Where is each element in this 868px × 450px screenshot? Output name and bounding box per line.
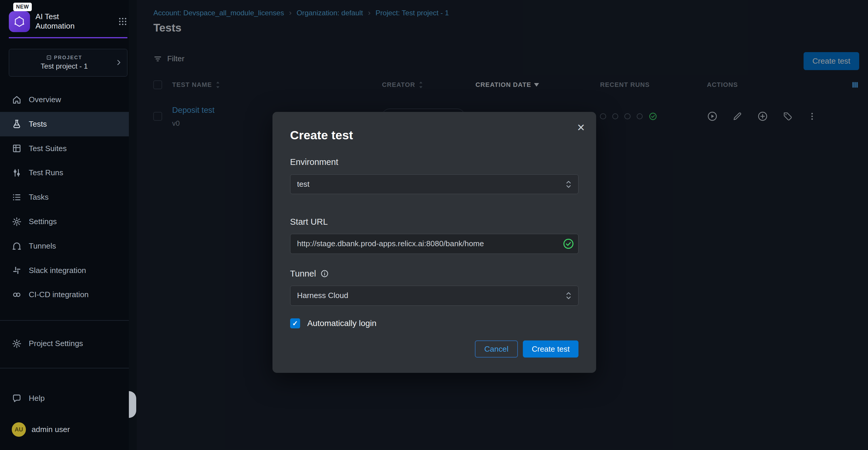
select-chevrons-icon bbox=[565, 179, 572, 189]
new-badge: NEW bbox=[13, 3, 32, 11]
sidebar-help-section: Help bbox=[0, 386, 129, 411]
gear-icon bbox=[12, 217, 22, 227]
environment-select[interactable]: test bbox=[290, 174, 579, 194]
sidebar-item-tunnels[interactable]: Tunnels bbox=[0, 234, 129, 258]
create-test-modal: ✕ Create test Environment test Start URL… bbox=[273, 112, 596, 373]
start-url-input[interactable] bbox=[290, 234, 579, 254]
sidebar-item-tasks[interactable]: Tasks bbox=[0, 185, 129, 209]
sidebar-item-slack-integration[interactable]: Slack integration bbox=[0, 258, 129, 283]
sidebar-item-label: Slack integration bbox=[29, 266, 86, 275]
sidebar-item-test-suites[interactable]: Test Suites bbox=[0, 136, 129, 161]
user-name: admin user bbox=[31, 425, 70, 434]
auto-login-row: ✓ Automatically login bbox=[290, 318, 579, 328]
tunnel-label-text: Tunnel bbox=[290, 269, 316, 279]
sidebar-item-cicd-integration[interactable]: CI-CD integration bbox=[0, 283, 129, 307]
chevron-right-icon bbox=[115, 59, 122, 66]
tunnel-icon bbox=[12, 241, 22, 251]
tunnel-selected-value: Harness Cloud bbox=[297, 291, 348, 300]
project-label-text: PROJECT bbox=[54, 55, 83, 61]
avatar: AU bbox=[12, 422, 26, 437]
sidebar-item-label: Overview bbox=[29, 95, 61, 104]
home-icon bbox=[12, 95, 22, 105]
chat-bubble-icon bbox=[12, 393, 22, 403]
select-chevrons-icon bbox=[565, 291, 572, 301]
tunnel-select[interactable]: Harness Cloud bbox=[290, 286, 579, 306]
sidebar: NEW AI Test Automation PROJECT Test proj… bbox=[0, 0, 137, 450]
environment-label: Environment bbox=[290, 157, 579, 167]
info-icon[interactable] bbox=[320, 270, 329, 278]
gear-icon bbox=[12, 339, 22, 349]
modal-actions: Cancel Create test bbox=[290, 340, 579, 358]
sidebar-nav: Overview Tests Test Suites Test Runs Tas… bbox=[0, 87, 129, 307]
environment-label-text: Environment bbox=[290, 157, 338, 167]
project-label: PROJECT bbox=[13, 55, 115, 61]
start-url-label: Start URL bbox=[290, 217, 579, 227]
sidebar-item-label: Help bbox=[29, 394, 45, 403]
start-url-field-wrap bbox=[290, 234, 579, 254]
sidebar-nav-footer: Project Settings bbox=[0, 331, 129, 356]
sliders-icon bbox=[12, 168, 22, 178]
start-url-label-text: Start URL bbox=[290, 217, 328, 227]
link-icon bbox=[12, 290, 22, 300]
sidebar-divider bbox=[0, 368, 129, 368]
sidebar-item-settings[interactable]: Settings bbox=[0, 209, 129, 234]
sidebar-item-label: Tests bbox=[29, 119, 47, 129]
sidebar-item-test-runs[interactable]: Test Runs bbox=[0, 161, 129, 185]
sidebar-item-label: Tunnels bbox=[29, 242, 56, 251]
app-window: Account: Devspace_all_module_licenses › … bbox=[0, 0, 868, 450]
modal-title: Create test bbox=[290, 129, 579, 142]
sidebar-item-label: Tasks bbox=[29, 193, 49, 202]
app-title-line2: Automation bbox=[35, 22, 118, 31]
sidebar-divider bbox=[0, 320, 129, 321]
close-icon[interactable]: ✕ bbox=[577, 122, 585, 133]
cancel-button[interactable]: Cancel bbox=[475, 340, 518, 358]
app-logo-icon bbox=[9, 11, 30, 32]
sidebar-item-help[interactable]: Help bbox=[0, 386, 129, 411]
sidebar-item-label: Test Suites bbox=[29, 144, 67, 153]
sidebar-item-project-settings[interactable]: Project Settings bbox=[0, 331, 129, 356]
sidebar-item-label: Settings bbox=[29, 217, 57, 226]
project-name: Test project - 1 bbox=[13, 62, 115, 71]
app-switcher-icon[interactable] bbox=[118, 17, 127, 26]
sidebar-item-tests[interactable]: Tests bbox=[0, 112, 129, 136]
auto-login-label: Automatically login bbox=[307, 318, 376, 328]
project-selector-text: PROJECT Test project - 1 bbox=[13, 55, 115, 71]
url-valid-check-icon bbox=[563, 238, 574, 249]
app-title: AI Test Automation bbox=[35, 12, 118, 31]
sidebar-item-label: Project Settings bbox=[29, 339, 83, 348]
environment-selected-value: test bbox=[297, 180, 309, 189]
create-test-submit-button[interactable]: Create test bbox=[523, 340, 579, 358]
auto-login-checkbox[interactable]: ✓ bbox=[290, 318, 300, 328]
sidebar-item-overview[interactable]: Overview bbox=[0, 87, 129, 112]
sidebar-item-label: CI-CD integration bbox=[29, 290, 89, 299]
grid-icon bbox=[12, 143, 22, 153]
user-profile[interactable]: AU admin user bbox=[12, 422, 70, 437]
sidebar-item-label: Test Runs bbox=[29, 168, 63, 177]
app-header: AI Test Automation bbox=[9, 11, 127, 32]
project-selector[interactable]: PROJECT Test project - 1 bbox=[9, 49, 127, 77]
beaker-icon bbox=[12, 119, 22, 129]
task-list-icon bbox=[12, 192, 22, 202]
app-title-line1: AI Test bbox=[35, 12, 118, 22]
slack-icon bbox=[12, 265, 22, 275]
brand-accent-line bbox=[9, 37, 127, 38]
sidebar-scroll-gutter bbox=[129, 0, 136, 450]
tunnel-label: Tunnel bbox=[290, 269, 579, 279]
sidebar-collapse-handle[interactable] bbox=[129, 391, 136, 418]
